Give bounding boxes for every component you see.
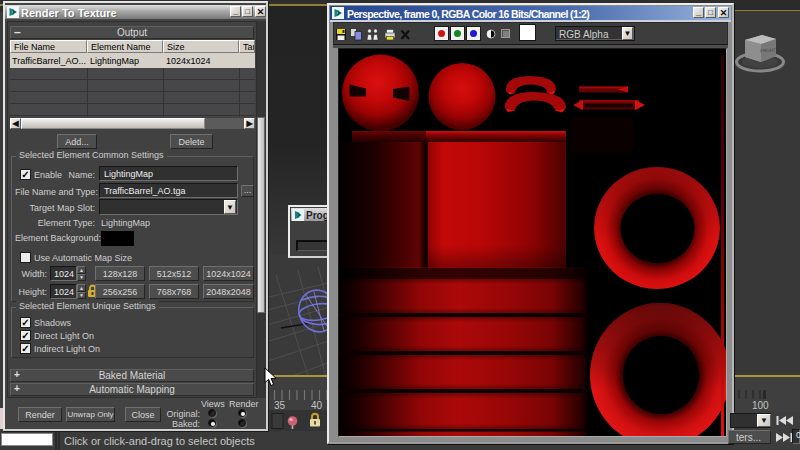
svg-text:35: 35	[274, 400, 286, 410]
svg-text:100: 100	[752, 400, 769, 411]
svg-text:40: 40	[311, 400, 323, 410]
